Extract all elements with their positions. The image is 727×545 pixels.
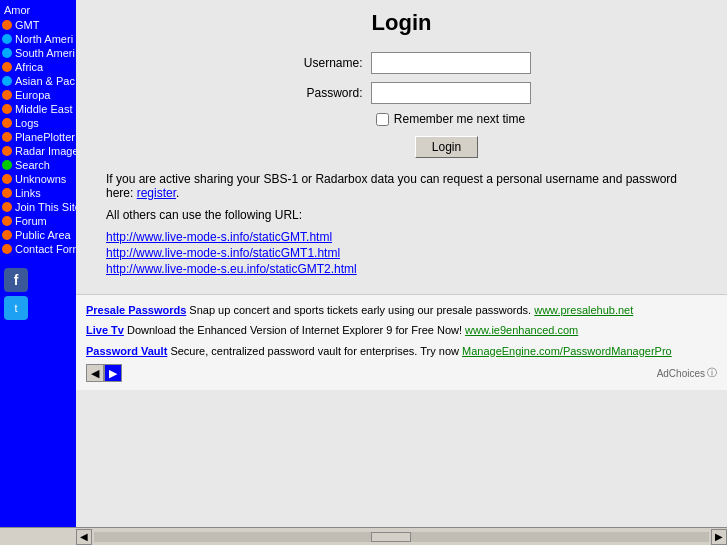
bullet-icon (2, 34, 12, 44)
ad-url-1[interactable]: www.presalehub.net (534, 304, 633, 316)
ad-row-1: Presale Passwords Snap up concert and sp… (86, 303, 717, 318)
sidebar-item-gmt[interactable]: GMT (0, 18, 76, 32)
bullet-icon (2, 104, 12, 114)
ad-title-1[interactable]: Presale Passwords (86, 304, 186, 316)
sidebar-item-southamerica[interactable]: South Ameri (0, 46, 76, 60)
url-link-2[interactable]: http://www.live-mode-s.info/staticGMT1.h… (106, 246, 697, 260)
others-text: All others can use the following URL: (96, 208, 707, 222)
sidebar-item-forum[interactable]: Forum (0, 214, 76, 228)
ad-prev-button[interactable]: ◀ (86, 364, 104, 382)
sidebar-label: Asian & Pac (15, 75, 75, 87)
sidebar-label: Contact Form (15, 243, 76, 255)
sidebar-item-joinsite[interactable]: Join This Site (0, 200, 76, 214)
sidebar-label: North Ameri (15, 33, 73, 45)
sidebar-label: Join This Site (15, 201, 76, 213)
sidebar-item-middleeast[interactable]: Middle East (0, 102, 76, 116)
url-link-3[interactable]: http://www.live-mode-s.eu.info/staticGMT… (106, 262, 697, 276)
sidebar-item-radarimage[interactable]: Radar Image (0, 144, 76, 158)
sidebar-label: South Ameri (15, 47, 75, 59)
bullet-icon (2, 216, 12, 226)
bullet-icon (2, 118, 12, 128)
ad-text-3: Secure, centralized password vault for e… (170, 345, 462, 357)
remember-checkbox[interactable] (376, 113, 389, 126)
sidebar-item-contactform[interactable]: Contact Form (0, 242, 76, 256)
sidebar-label: Unknowns (15, 173, 66, 185)
sidebar-label: Middle East (15, 103, 72, 115)
sidebar-item-logs[interactable]: Logs (0, 116, 76, 130)
ad-row-3: Password Vault Secure, centralized passw… (86, 344, 717, 359)
others-label: All others can use the following URL: (106, 208, 302, 222)
ad-nav: ◀ ▶ AdChoices ⓘ (86, 364, 717, 382)
app-container: Amor GMT North Ameri South Ameri Africa … (0, 0, 727, 545)
bullet-icon (2, 62, 12, 72)
bullet-icon (2, 174, 12, 184)
scroll-track[interactable] (94, 532, 709, 542)
bottom-scrollbar: ◀ ▶ (0, 527, 727, 545)
bullet-icon (2, 230, 12, 240)
sidebar-item-northamerica[interactable]: North Ameri (0, 32, 76, 46)
sidebar-label: Search (15, 159, 50, 171)
twitter-icon[interactable]: t (4, 296, 28, 320)
ad-text-2: Download the Enhanced Version of Interne… (127, 324, 465, 336)
login-button[interactable]: Login (415, 136, 478, 158)
username-row: Username: (273, 52, 531, 74)
login-section: Login Username: Password: Remember me ne… (76, 0, 727, 294)
ad-next-button[interactable]: ▶ (104, 364, 122, 382)
sidebar-item-africa[interactable]: Africa (0, 60, 76, 74)
sidebar-item-search[interactable]: Search (0, 158, 76, 172)
sidebar-item-asianpac[interactable]: Asian & Pac (0, 74, 76, 88)
register-link[interactable]: register (137, 186, 176, 200)
bullet-icon (2, 244, 12, 254)
ad-title-2[interactable]: Live Tv (86, 324, 124, 336)
info-text: If you are active sharing your SBS-1 or … (96, 172, 707, 200)
sidebar-item-publicarea[interactable]: Public Area (0, 228, 76, 242)
info-main-text: If you are active sharing your SBS-1 or … (106, 172, 677, 200)
sidebar-item-planeplotter[interactable]: PlanePlotter L (0, 130, 76, 144)
sidebar-item-europa[interactable]: Europa (0, 88, 76, 102)
remember-row: Remember me next time (376, 112, 525, 126)
sidebar-label: Forum (15, 215, 47, 227)
ad-title-3[interactable]: Password Vault (86, 345, 167, 357)
ad-row-2: Live Tv Download the Enhanced Version of… (86, 323, 717, 338)
ad-choices-label: AdChoices (657, 368, 705, 379)
scroll-left-button[interactable]: ◀ (76, 529, 92, 545)
ad-text-1: Snap up concert and sports tickets early… (189, 304, 534, 316)
scroll-thumb (371, 532, 411, 542)
bullet-icon (2, 132, 12, 142)
sidebar-amor-label: Amor (0, 2, 76, 18)
sidebar-label: Links (15, 187, 41, 199)
username-input[interactable] (371, 52, 531, 74)
sidebar-label: Public Area (15, 229, 71, 241)
remember-label: Remember me next time (394, 112, 525, 126)
bullet-icon (2, 160, 12, 170)
sidebar-label: GMT (15, 19, 39, 31)
sidebar-label: Radar Image (15, 145, 76, 157)
bullet-icon (2, 90, 12, 100)
sidebar-item-links[interactable]: Links (0, 186, 76, 200)
sidebar-label: Logs (15, 117, 39, 129)
login-btn-row: Login (415, 136, 478, 158)
sidebar: Amor GMT North Ameri South Ameri Africa … (0, 0, 76, 527)
password-label: Password: (273, 86, 363, 100)
password-row: Password: (273, 82, 531, 104)
facebook-icon[interactable]: f (4, 268, 28, 292)
bullet-icon (2, 20, 12, 30)
bullet-icon (2, 48, 12, 58)
scroll-right-button[interactable]: ▶ (711, 529, 727, 545)
ad-url-2[interactable]: www.ie9enhanced.com (465, 324, 578, 336)
sidebar-label: Europa (15, 89, 50, 101)
content-area: Login Username: Password: Remember me ne… (76, 0, 727, 527)
ad-choices-icon: ⓘ (707, 366, 717, 380)
bullet-icon (2, 202, 12, 212)
login-title: Login (96, 10, 707, 36)
sidebar-label: PlanePlotter L (15, 131, 76, 143)
sidebar-item-unknowns[interactable]: Unknowns (0, 172, 76, 186)
url-section: http://www.live-mode-s.info/staticGMT.ht… (96, 230, 707, 276)
url-link-1[interactable]: http://www.live-mode-s.info/staticGMT.ht… (106, 230, 697, 244)
ad-section: Presale Passwords Snap up concert and sp… (76, 294, 727, 390)
bullet-icon (2, 76, 12, 86)
sidebar-label: Africa (15, 61, 43, 73)
username-label: Username: (273, 56, 363, 70)
ad-url-3[interactable]: ManageEngine.com/PasswordManagerPro (462, 345, 672, 357)
password-input[interactable] (371, 82, 531, 104)
